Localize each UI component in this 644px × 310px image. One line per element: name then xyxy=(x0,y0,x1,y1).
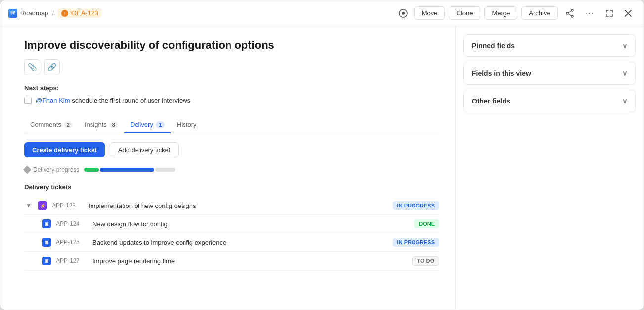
svg-point-1 xyxy=(402,12,405,15)
next-steps-label: Next steps: xyxy=(24,84,439,92)
close-button[interactable] xyxy=(621,7,636,20)
ticket-name-app123: Implementation of new config designs xyxy=(89,202,388,209)
fields-in-view-header[interactable]: Fields in this view ∨ xyxy=(464,62,635,84)
tab-comments-label: Comments xyxy=(30,121,61,128)
task-item: @Phan Kim schedule the first round of us… xyxy=(24,96,439,105)
main-content: Improve discoverability of configuration… xyxy=(0,26,644,310)
ticket-name-app125: Backend updates to improve config experi… xyxy=(92,239,388,246)
left-panel: Improve discoverability of configuration… xyxy=(0,26,456,310)
task-description: schedule the first round of user intervi… xyxy=(70,97,191,104)
progress-done xyxy=(84,168,99,172)
diamond-icon xyxy=(23,166,32,174)
fields-in-view-label: Fields in this view xyxy=(472,69,531,77)
topbar-actions: Move Clone Merge Archive ··· xyxy=(396,6,636,21)
top-bar: 🗺 Roadmap / ! IDEA-123 Move Clone Merge … xyxy=(0,0,644,26)
ticket-name-app124: New design flow for config xyxy=(92,220,410,228)
ticket-id-app123: APP-123 xyxy=(52,202,84,209)
app-icon: 🗺 xyxy=(8,9,17,18)
idea-id: IDEA-123 xyxy=(70,9,98,17)
pinned-fields-section: Pinned fields ∨ xyxy=(463,34,636,57)
tab-insights[interactable]: Insights 8 xyxy=(79,117,124,133)
mention: @Phan Kim xyxy=(36,97,70,104)
clone-button[interactable]: Clone xyxy=(449,6,480,20)
delivery-progress-row: Delivery progress xyxy=(24,166,439,173)
progress-inprogress xyxy=(100,168,154,172)
more-options-button[interactable]: ··· xyxy=(582,6,598,20)
merge-button[interactable]: Merge xyxy=(484,6,517,20)
ticket-icon-app127: ▣ xyxy=(42,257,51,265)
add-delivery-ticket-button[interactable]: Add delivery ticket xyxy=(110,142,179,157)
tabs-row: Comments 2 Insights 8 Delivery 1 History xyxy=(24,117,439,133)
delivery-progress-label: Delivery progress xyxy=(24,166,79,173)
fields-in-view-section: Fields in this view ∨ xyxy=(463,62,636,85)
breadcrumb-separator: / xyxy=(52,9,54,17)
ticket-row-app124: ▣ APP-124 New design flow for config DON… xyxy=(24,215,439,233)
ticket-row-app125: ▣ APP-125 Backend updates to improve con… xyxy=(24,233,439,252)
delivery-tickets-title: Delivery tickets xyxy=(24,183,439,191)
content-toolbar: 📎 🔗 xyxy=(24,59,439,75)
svg-line-5 xyxy=(568,11,571,13)
progress-todo xyxy=(155,168,175,172)
ticket-status-app123: IN PROGRESS xyxy=(393,201,439,210)
attachment-button[interactable]: 📎 xyxy=(24,59,40,75)
progress-bar-container xyxy=(84,168,183,172)
tab-comments[interactable]: Comments 2 xyxy=(24,117,79,133)
ticket-name-app127: Improve page rendering time xyxy=(92,258,407,265)
pinned-fields-label: Pinned fields xyxy=(472,42,515,50)
task-checkbox[interactable] xyxy=(24,97,32,104)
tab-comments-badge: 2 xyxy=(64,121,73,128)
move-button[interactable]: Move xyxy=(414,6,445,20)
tab-delivery[interactable]: Delivery 1 xyxy=(124,117,171,133)
share-button[interactable] xyxy=(562,6,578,20)
breadcrumb: 🗺 Roadmap / ! IDEA-123 xyxy=(8,8,101,18)
ticket-icon-app124: ▣ xyxy=(42,219,51,228)
actions-row: Create delivery ticket Add delivery tick… xyxy=(24,142,439,157)
ticket-icon-app123: ⚡ xyxy=(38,201,47,210)
other-fields-chevron: ∨ xyxy=(622,97,627,105)
pinned-fields-chevron: ∨ xyxy=(622,42,627,50)
ticket-id-app125: APP-125 xyxy=(56,239,88,246)
ticket-icon-app125: ▣ xyxy=(42,238,51,247)
ticket-row-app123: ▼ ⚡ APP-123 Implementation of new config… xyxy=(24,197,439,215)
idea-badge-icon: ! xyxy=(61,10,68,17)
ticket-id-app124: APP-124 xyxy=(56,220,88,227)
tab-insights-label: Insights xyxy=(85,121,107,128)
watch-button[interactable] xyxy=(396,6,411,21)
ticket-id-app127: APP-127 xyxy=(56,258,88,264)
svg-line-6 xyxy=(568,14,571,16)
right-panel: Pinned fields ∨ Fields in this view ∨ Ot… xyxy=(456,26,644,310)
task-text: @Phan Kim schedule the first round of us… xyxy=(36,96,190,105)
create-delivery-ticket-button[interactable]: Create delivery ticket xyxy=(24,142,105,157)
main-window: 🗺 Roadmap / ! IDEA-123 Move Clone Merge … xyxy=(0,0,644,310)
svg-point-3 xyxy=(571,15,573,17)
fields-in-view-chevron: ∨ xyxy=(622,69,627,77)
link-button[interactable]: 🔗 xyxy=(44,59,60,75)
ticket-collapse-btn-app123[interactable]: ▼ xyxy=(24,202,33,209)
app-name: Roadmap xyxy=(20,9,48,17)
svg-point-4 xyxy=(566,12,568,14)
tab-delivery-label: Delivery xyxy=(130,121,153,128)
archive-button[interactable]: Archive xyxy=(521,6,557,20)
pinned-fields-header[interactable]: Pinned fields ∨ xyxy=(464,35,635,56)
delivery-progress-text: Delivery progress xyxy=(33,166,79,173)
page-title: Improve discoverability of configuration… xyxy=(24,38,439,52)
tab-delivery-badge: 1 xyxy=(156,121,165,128)
ticket-row-app127: ▣ APP-127 Improve page rendering time TO… xyxy=(24,252,439,271)
ticket-status-app124: DONE xyxy=(414,219,439,228)
idea-badge: ! IDEA-123 xyxy=(58,8,101,18)
tab-history-label: History xyxy=(177,121,196,128)
tab-insights-badge: 8 xyxy=(109,121,118,128)
tab-history[interactable]: History xyxy=(171,117,202,133)
other-fields-label: Other fields xyxy=(472,97,510,105)
ticket-status-app127: TO DO xyxy=(412,256,439,266)
tabs-area: Comments 2 Insights 8 Delivery 1 History xyxy=(24,117,439,133)
other-fields-header[interactable]: Other fields ∨ xyxy=(464,90,635,112)
svg-point-2 xyxy=(571,9,573,11)
other-fields-section: Other fields ∨ xyxy=(463,90,636,112)
expand-button[interactable] xyxy=(602,7,617,20)
ticket-status-app125: IN PROGRESS xyxy=(393,238,439,247)
